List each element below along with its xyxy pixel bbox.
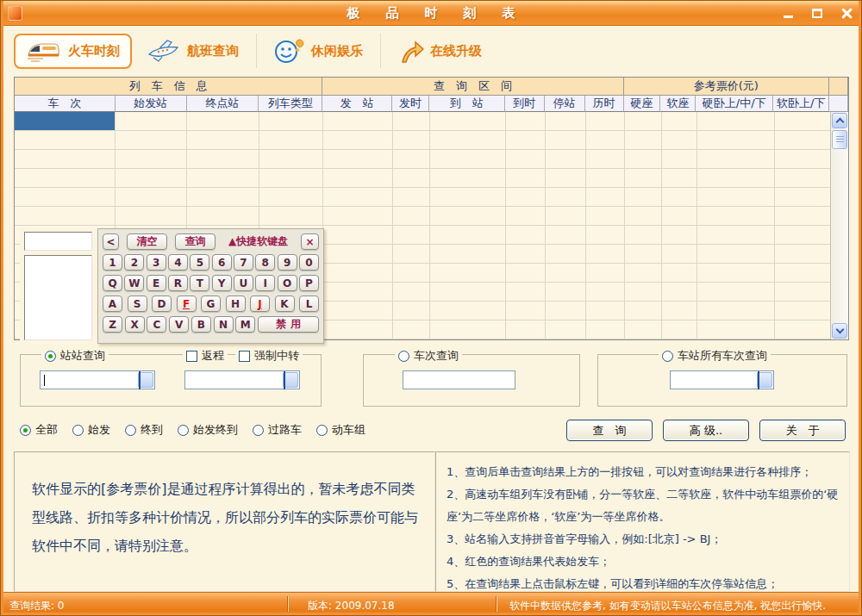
table-cell[interactable] <box>259 112 323 131</box>
keyboard-query-button[interactable]: 查询 <box>175 233 216 250</box>
key-H[interactable]: H <box>226 296 246 312</box>
table-cell[interactable] <box>116 169 187 188</box>
key-B[interactable]: B <box>191 316 211 333</box>
station-quick-input[interactable] <box>24 232 92 251</box>
table-cell[interactable] <box>187 188 259 207</box>
table-cell[interactable] <box>662 283 697 302</box>
table-cell[interactable] <box>697 283 775 302</box>
table-cell[interactable] <box>662 320 697 339</box>
table-cell[interactable] <box>586 150 625 169</box>
table-cell[interactable] <box>546 320 586 339</box>
table-cell[interactable] <box>259 188 323 207</box>
title-bar[interactable]: 极品时刻表 <box>1 1 861 26</box>
train-no-input[interactable] <box>403 370 515 389</box>
table-cell[interactable] <box>586 226 625 245</box>
table-cell[interactable] <box>323 320 393 339</box>
table-cell[interactable] <box>775 264 831 283</box>
tab-online-upgrade[interactable]: 在线升级 <box>384 34 497 69</box>
column-header-4[interactable]: 发 站 <box>322 96 392 112</box>
table-cell[interactable] <box>625 112 662 131</box>
table-cell[interactable] <box>662 131 697 150</box>
table-cell[interactable] <box>506 226 546 245</box>
table-cell[interactable] <box>259 207 323 226</box>
table-cell[interactable] <box>775 302 831 320</box>
key-F[interactable]: F <box>177 296 197 312</box>
table-cell[interactable] <box>775 131 831 150</box>
key-R[interactable]: R <box>168 275 188 291</box>
table-cell[interactable] <box>586 245 625 264</box>
table-cell[interactable] <box>546 226 586 245</box>
table-row[interactable] <box>15 150 848 169</box>
table-cell[interactable] <box>697 150 775 169</box>
table-cell[interactable] <box>697 169 775 188</box>
table-cell[interactable] <box>506 302 546 320</box>
table-cell[interactable] <box>546 302 586 320</box>
table-cell[interactable] <box>625 320 662 339</box>
keyboard-clear-button[interactable]: 清空 <box>127 233 167 250</box>
table-cell[interactable] <box>116 112 187 131</box>
table-cell[interactable] <box>393 207 430 226</box>
table-cell[interactable] <box>546 131 586 150</box>
filter-radio-3[interactable]: 始发终到 <box>178 422 238 438</box>
table-cell[interactable] <box>15 131 116 150</box>
column-header-12[interactable]: 硬卧上/中/下 <box>696 96 773 112</box>
key-E[interactable]: E <box>147 275 166 291</box>
key-G[interactable]: G <box>201 296 221 312</box>
table-cell[interactable] <box>662 188 697 207</box>
table-cell[interactable] <box>546 245 586 264</box>
table-cell[interactable] <box>506 264 546 283</box>
table-cell[interactable] <box>586 169 625 188</box>
table-cell[interactable] <box>393 226 430 245</box>
column-header-11[interactable]: 软座 <box>660 96 696 112</box>
minimize-button[interactable] <box>782 8 794 19</box>
table-cell[interactable] <box>662 264 697 283</box>
column-header-13[interactable]: 软卧上/下 <box>773 96 829 112</box>
table-cell[interactable] <box>586 188 625 207</box>
dropdown-button[interactable] <box>138 372 153 388</box>
table-cell[interactable] <box>546 207 586 226</box>
table-cell[interactable] <box>430 188 506 207</box>
table-cell[interactable] <box>393 112 430 131</box>
filter-radio-1[interactable]: 始发 <box>72 422 110 438</box>
checkbox-return-trip[interactable]: 返程 <box>183 348 228 364</box>
table-cell[interactable] <box>259 131 323 150</box>
key-W[interactable]: W <box>124 275 144 291</box>
key-4[interactable]: 4 <box>168 254 188 271</box>
table-cell[interactable] <box>586 207 625 226</box>
table-cell[interactable] <box>625 150 662 169</box>
key-7[interactable]: 7 <box>234 254 253 271</box>
table-cell[interactable] <box>546 264 586 283</box>
table-cell[interactable] <box>697 226 775 245</box>
column-header-6[interactable]: 到 站 <box>429 96 505 112</box>
table-cell[interactable] <box>393 245 430 264</box>
maximize-button[interactable] <box>811 8 823 19</box>
key-P[interactable]: P <box>299 275 319 291</box>
column-header-2[interactable]: 终点站 <box>187 96 259 112</box>
table-cell[interactable] <box>430 302 506 320</box>
column-header-8[interactable]: 停站 <box>545 96 585 112</box>
table-cell[interactable] <box>546 283 586 302</box>
key-6[interactable]: 6 <box>212 254 232 271</box>
filter-radio-5[interactable]: 动车组 <box>316 422 365 438</box>
table-cell[interactable] <box>546 150 586 169</box>
column-header-3[interactable]: 列车类型 <box>259 96 322 112</box>
table-cell[interactable] <box>116 131 187 150</box>
scrollbar-thumb[interactable] <box>832 130 847 149</box>
table-cell[interactable] <box>546 188 586 207</box>
table-cell[interactable] <box>506 320 546 339</box>
table-cell[interactable] <box>393 264 430 283</box>
key-8[interactable]: 8 <box>255 254 275 271</box>
table-cell[interactable] <box>393 320 430 339</box>
filter-radio-4[interactable]: 过路车 <box>253 422 302 438</box>
table-cell[interactable] <box>662 150 697 169</box>
table-cell[interactable] <box>625 283 662 302</box>
table-row[interactable] <box>15 131 848 150</box>
vertical-scrollbar[interactable] <box>830 112 848 339</box>
table-cell[interactable] <box>430 245 506 264</box>
table-cell[interactable] <box>323 207 393 226</box>
key-A[interactable]: A <box>103 296 122 312</box>
table-cell[interactable] <box>15 169 116 188</box>
key-Y[interactable]: Y <box>212 275 232 291</box>
table-row[interactable] <box>15 188 848 207</box>
keyboard-close-button[interactable]: × <box>301 233 319 250</box>
